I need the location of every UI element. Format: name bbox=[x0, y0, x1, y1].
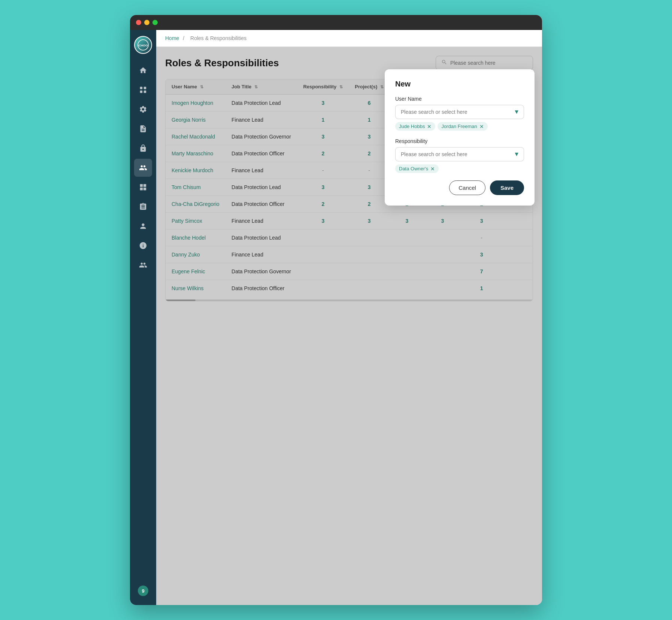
new-role-modal: New User Name ▼ Jude Hobbs ✕ bbox=[385, 69, 535, 206]
responsibility-select[interactable] bbox=[395, 147, 524, 161]
tag-label-data-owners: Data Owner's bbox=[399, 166, 428, 171]
user-name-tags-area: Jude Hobbs ✕ Jordan Freeman ✕ bbox=[395, 122, 524, 131]
sidebar-item-lock[interactable] bbox=[134, 139, 152, 157]
svg-text:SCHOOL: SCHOOL bbox=[137, 44, 149, 47]
logo: SCHOOL bbox=[134, 36, 152, 54]
tag-label-jordan-freeman: Jordan Freeman bbox=[441, 124, 477, 129]
main-content: Home / Roles & Responsibilities Roles & … bbox=[156, 30, 542, 605]
breadcrumb-current: Roles & Responsibilities bbox=[190, 35, 246, 41]
app-body: SCHOOL bbox=[130, 30, 542, 605]
user-name-select-wrapper: ▼ bbox=[395, 105, 524, 119]
user-name-form-group: User Name ▼ Jude Hobbs ✕ bbox=[395, 96, 524, 131]
user-name-select[interactable] bbox=[395, 105, 524, 119]
logo-inner: SCHOOL bbox=[135, 37, 151, 53]
responsibility-form-group: Responsibility ▼ Data Owner's ✕ bbox=[395, 138, 524, 173]
maximize-button[interactable] bbox=[152, 20, 158, 25]
responsibility-select-wrapper: ▼ bbox=[395, 147, 524, 161]
sidebar-item-roles[interactable] bbox=[134, 159, 152, 177]
tag-label-jude-hobbs: Jude Hobbs bbox=[399, 124, 425, 129]
titlebar bbox=[130, 15, 542, 30]
page-area: Roles & Responsibilities bbox=[156, 47, 542, 605]
breadcrumb: Home / Roles & Responsibilities bbox=[156, 30, 542, 47]
sidebar-item-user[interactable] bbox=[134, 217, 152, 235]
remove-tag-jude-hobbs[interactable]: ✕ bbox=[427, 124, 432, 129]
user-name-label: User Name bbox=[395, 96, 524, 102]
sidebar-item-home[interactable] bbox=[134, 61, 152, 79]
app-window: SCHOOL bbox=[130, 15, 542, 605]
minimize-button[interactable] bbox=[144, 20, 149, 25]
modal-title: New bbox=[395, 80, 524, 88]
sidebar-item-team[interactable] bbox=[134, 256, 152, 274]
sidebar-item-settings[interactable] bbox=[134, 100, 152, 118]
cancel-button[interactable]: Cancel bbox=[449, 180, 485, 195]
svg-rect-2 bbox=[140, 87, 142, 89]
remove-tag-data-owners[interactable]: ✕ bbox=[430, 166, 435, 171]
responsibility-tag-data-owners: Data Owner's ✕ bbox=[395, 164, 439, 173]
sidebar-item-info[interactable] bbox=[134, 237, 152, 255]
sidebar-item-clipboard[interactable] bbox=[134, 198, 152, 216]
user-name-tag-jude-hobbs: Jude Hobbs ✕ bbox=[395, 122, 435, 131]
svg-rect-4 bbox=[140, 91, 142, 93]
responsibility-label: Responsibility bbox=[395, 138, 524, 144]
save-button[interactable]: Save bbox=[490, 180, 524, 195]
remove-tag-jordan-freeman[interactable]: ✕ bbox=[479, 124, 484, 129]
sidebar-item-grid[interactable] bbox=[134, 178, 152, 196]
modal-overlay: New User Name ▼ Jude Hobbs ✕ bbox=[156, 47, 542, 605]
sidebar-item-dashboard[interactable] bbox=[134, 81, 152, 99]
sidebar: SCHOOL bbox=[130, 30, 156, 605]
breadcrumb-home[interactable]: Home bbox=[165, 35, 179, 41]
modal-actions: Cancel Save bbox=[395, 180, 524, 195]
user-name-tag-jordan-freeman: Jordan Freeman ✕ bbox=[438, 122, 487, 131]
breadcrumb-separator: / bbox=[183, 35, 184, 41]
notification-badge[interactable]: 9 bbox=[138, 586, 148, 596]
svg-rect-3 bbox=[144, 87, 146, 89]
sidebar-item-documents[interactable] bbox=[134, 120, 152, 138]
responsibility-tags-area: Data Owner's ✕ bbox=[395, 164, 524, 173]
close-button[interactable] bbox=[136, 20, 141, 25]
svg-rect-5 bbox=[144, 91, 146, 93]
